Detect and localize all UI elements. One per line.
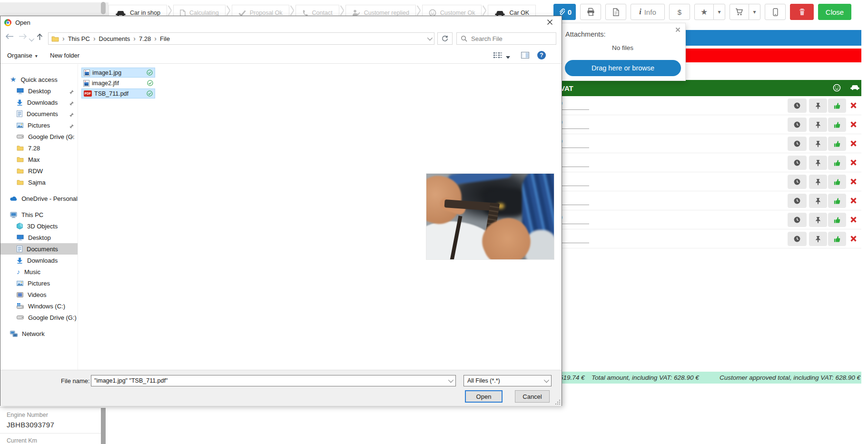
refresh-button[interactable] <box>437 32 453 45</box>
sidebar-item-google-drive-pc[interactable]: Google Drive (G:) <box>0 312 78 323</box>
engine-number-value[interactable]: JBHB3093797 <box>7 421 101 429</box>
sidebar-onedrive[interactable]: OneDrive - Personal <box>0 193 78 204</box>
clock-button[interactable] <box>788 232 807 246</box>
tab-contact[interactable]: Contact <box>296 5 339 16</box>
thumbs-up-button[interactable] <box>828 99 846 113</box>
search-input[interactable] <box>471 35 542 42</box>
pin-button[interactable] <box>809 194 827 208</box>
sidebar-item-folder-max[interactable]: Max <box>0 154 78 165</box>
drag-or-browse-button[interactable]: Drag here or browse <box>565 60 681 76</box>
star-button[interactable] <box>694 4 714 20</box>
delete-x-button[interactable] <box>848 197 858 205</box>
price-button[interactable]: $ <box>669 4 690 20</box>
close-button[interactable]: Close <box>818 4 851 20</box>
sidebar-item-3d-objects[interactable]: 3D Objects <box>0 220 78 232</box>
pin-button[interactable] <box>809 213 827 227</box>
pin-button[interactable] <box>809 232 827 246</box>
pin-button[interactable] <box>809 175 827 189</box>
thumbs-up-button[interactable] <box>828 137 846 151</box>
new-folder-button[interactable]: New folder <box>50 52 79 59</box>
sidebar-item-google-drive[interactable]: Google Drive (G: <box>0 131 78 142</box>
file-row-image1[interactable]: image1.jpg <box>81 68 155 78</box>
app-scrollbar-thumb-top[interactable] <box>101 2 106 14</box>
star-dropdown-button[interactable] <box>713 4 725 20</box>
thumbs-up-button[interactable] <box>828 118 846 132</box>
tab-car-in-shop[interactable]: Car in shop <box>108 5 167 16</box>
vat-value-input[interactable] <box>558 233 589 243</box>
delete-x-button[interactable] <box>848 235 858 243</box>
file-row-image2[interactable]: image2.jfif <box>81 78 155 88</box>
combobox-dropdown-button[interactable] <box>445 375 455 386</box>
resize-grip[interactable] <box>555 400 560 405</box>
document-button[interactable] <box>605 4 626 20</box>
tab-customer-ok[interactable]: Customer Ok <box>422 5 482 16</box>
clock-button[interactable] <box>788 175 807 189</box>
vat-value-input[interactable]: 0 <box>558 118 589 129</box>
back-button[interactable] <box>5 33 14 41</box>
sidebar-item-music[interactable]: Music <box>0 266 78 277</box>
vat-value-input[interactable] <box>558 157 589 167</box>
sidebar-network[interactable]: Network <box>0 328 78 339</box>
vat-value-input[interactable] <box>558 176 589 186</box>
delete-button[interactable] <box>790 4 814 20</box>
pin-button[interactable] <box>809 99 827 113</box>
thumbs-up-button[interactable] <box>828 194 846 208</box>
cancel-button[interactable]: Cancel <box>515 390 550 403</box>
breadcrumb-documents[interactable]: Documents <box>99 35 130 42</box>
delete-x-button[interactable] <box>848 178 858 186</box>
sidebar-item-desktop-pc[interactable]: Desktop <box>0 232 78 243</box>
forward-button[interactable] <box>19 33 27 41</box>
delete-x-button[interactable] <box>848 121 858 128</box>
tab-customer-replied[interactable]: Customer replied <box>345 5 416 16</box>
sidebar-quick-access[interactable]: Quick access <box>0 74 78 85</box>
sidebar-item-documents-pc[interactable]: Documents <box>0 243 78 255</box>
app-scrollbar-thumb-bottom[interactable] <box>101 408 106 444</box>
sidebar-item-videos[interactable]: Videos <box>0 289 78 300</box>
pin-button[interactable] <box>809 118 827 132</box>
delete-x-button[interactable] <box>848 216 858 224</box>
cart-button[interactable] <box>730 4 749 20</box>
sidebar-item-downloads[interactable]: Downloads <box>0 97 78 108</box>
preview-pane-button[interactable] <box>521 52 529 60</box>
file-type-select[interactable]: All Files (*.*) <box>464 375 552 386</box>
sidebar-item-folder-rdw[interactable]: RDW <box>0 165 78 177</box>
clock-button[interactable] <box>788 137 807 151</box>
vat-value-input[interactable]: 0 <box>558 214 589 224</box>
breadcrumb-file[interactable]: File <box>160 35 170 42</box>
file-name-input[interactable] <box>91 377 445 384</box>
thumbs-up-button[interactable] <box>828 232 846 246</box>
tab-car-ok[interactable]: Car OK <box>488 5 536 16</box>
organise-button[interactable]: Organise <box>7 52 38 59</box>
sidebar-item-documents[interactable]: Documents <box>0 108 78 119</box>
sidebar-item-pictures[interactable]: Pictures <box>0 119 78 131</box>
delete-x-button[interactable] <box>848 159 858 167</box>
vat-value-input[interactable] <box>558 195 589 205</box>
clock-button[interactable] <box>788 99 807 113</box>
sidebar-item-pictures-pc[interactable]: Pictures <box>0 277 78 289</box>
dialog-titlebar[interactable]: Open <box>0 16 562 29</box>
vat-value-input[interactable]: 0 <box>558 99 589 110</box>
sidebar-this-pc[interactable]: This PC <box>0 209 78 220</box>
breadcrumb[interactable]: This PC Documents 7.28 File <box>48 32 434 45</box>
car-icon[interactable] <box>850 84 860 92</box>
print-button[interactable] <box>580 4 601 20</box>
pin-button[interactable] <box>809 137 827 151</box>
cart-dropdown-button[interactable] <box>749 4 760 20</box>
sidebar-item-downloads-pc[interactable]: Downloads <box>0 255 78 266</box>
thumbs-up-button[interactable] <box>828 156 846 170</box>
smiley-icon[interactable] <box>833 84 841 93</box>
pin-button[interactable] <box>809 156 827 170</box>
vat-value-input[interactable]: 0 <box>558 138 589 148</box>
delete-x-button[interactable] <box>848 140 858 148</box>
sidebar-item-folder-sajma[interactable]: Sajma <box>0 177 78 188</box>
view-mode-dropdown[interactable] <box>506 53 510 60</box>
open-button[interactable]: Open <box>465 390 503 403</box>
dialog-close-button[interactable] <box>543 18 556 28</box>
tab-proposal-ok[interactable]: Proposal Ok <box>232 5 289 16</box>
chevron-down-icon[interactable] <box>427 35 433 40</box>
mobile-button[interactable] <box>765 4 786 20</box>
popup-close-button[interactable] <box>674 27 681 33</box>
clock-button[interactable] <box>788 194 807 208</box>
info-button[interactable]: i Info <box>631 4 665 20</box>
view-mode-button[interactable] <box>493 52 502 60</box>
